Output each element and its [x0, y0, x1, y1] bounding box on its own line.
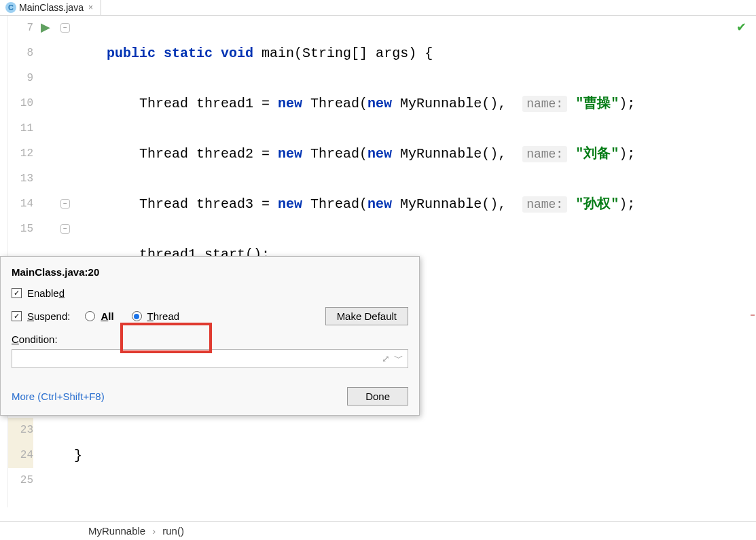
condition-input[interactable]: ⤢ ﹀ [12, 349, 408, 368]
done-button[interactable]: Done [347, 387, 408, 406]
line-number[interactable]: 24 [8, 443, 33, 468]
line-number[interactable]: 9 [8, 66, 33, 91]
suspend-thread-label[interactable]: Thread [147, 310, 180, 322]
chevron-right-icon: › [152, 525, 156, 537]
chevron-down-icon[interactable]: ﹀ [394, 353, 403, 365]
line-number[interactable]: 8 [8, 41, 33, 66]
parameter-hint: name: [522, 196, 567, 213]
scroll-marker[interactable] [751, 314, 755, 316]
line-number[interactable]: 7 [8, 16, 33, 41]
fold-toggle-icon[interactable]: − [60, 23, 70, 33]
inspection-ok-icon[interactable]: ✔ [736, 20, 746, 35]
tab-bar: C MainClass.java × [0, 0, 756, 16]
make-default-button[interactable]: Make Default [325, 307, 408, 325]
fold-toggle-icon[interactable]: − [60, 199, 70, 209]
fold-toggle-icon[interactable]: − [60, 224, 70, 234]
suspend-thread-radio[interactable] [132, 311, 142, 321]
popup-title: MainClass.java:20 [12, 266, 408, 278]
condition-label[interactable]: Condition: [12, 334, 58, 345]
parameter-hint: name: [522, 146, 567, 162]
parameter-hint: name: [522, 96, 567, 112]
suspend-all-label[interactable]: All [101, 310, 113, 322]
file-tab-label: MainClass.java [19, 2, 84, 13]
line-number[interactable]: 15 [8, 217, 33, 242]
class-icon: C [5, 2, 16, 13]
line-number[interactable]: 14 [8, 192, 33, 217]
line-number[interactable]: 12 [8, 141, 33, 166]
breadcrumb: MyRunnable › run() [0, 521, 756, 540]
line-number[interactable]: 25 [8, 468, 33, 493]
more-link[interactable]: More (Ctrl+Shift+F8) [12, 391, 105, 402]
breadcrumb-item[interactable]: run() [162, 525, 184, 537]
close-icon[interactable]: × [86, 3, 95, 12]
line-number[interactable]: 23 [8, 418, 33, 443]
breadcrumb-item[interactable]: MyRunnable [88, 525, 145, 537]
line-number[interactable]: 11 [8, 116, 33, 141]
run-icon[interactable]: ▶ [41, 20, 50, 35]
suspend-all-radio[interactable] [85, 311, 95, 321]
suspend-checkbox[interactable]: ✓ [12, 311, 22, 321]
file-tab[interactable]: C MainClass.java × [0, 0, 101, 15]
breakpoint-popup: MainClass.java:20 ✓ Enabled ✓ Suspend: A… [0, 256, 420, 416]
suspend-label[interactable]: Suspend: [27, 310, 70, 322]
line-number[interactable]: 13 [8, 166, 33, 192]
line-number[interactable]: 10 [8, 91, 33, 116]
expand-icon[interactable]: ⤢ [382, 353, 390, 364]
enabled-label[interactable]: Enabled [27, 287, 65, 299]
enabled-checkbox[interactable]: ✓ [12, 288, 22, 298]
